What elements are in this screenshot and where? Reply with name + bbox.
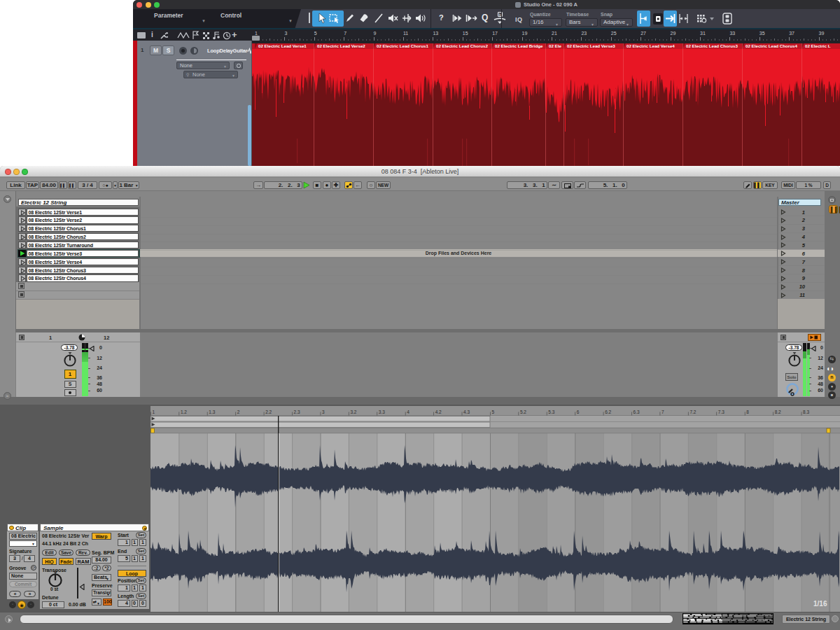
svg-text:4.2: 4.2 (435, 410, 442, 414)
svg-text:02 Electric Lead Chorus4: 02 Electric Lead Chorus4 (746, 43, 797, 48)
svg-text:02 Electric L: 02 Electric L (805, 43, 831, 48)
svg-text:4: 4 (407, 410, 410, 414)
svg-text:8.3: 8.3 (803, 410, 809, 414)
svg-text:8: 8 (746, 410, 749, 414)
svg-text:5: 5 (492, 410, 495, 414)
svg-text:02 Electric Lead Chorus2: 02 Electric Lead Chorus2 (436, 43, 488, 48)
svg-text:3.2: 3.2 (350, 410, 356, 414)
svg-text:02 Electric Lead Verse3: 02 Electric Lead Verse3 (567, 43, 615, 48)
svg-text:2.3: 2.3 (294, 410, 300, 414)
svg-text:02 Electric Lead Bridge: 02 Electric Lead Bridge (495, 43, 543, 48)
svg-text:1/16: 1/16 (813, 600, 827, 608)
svg-text:1.3: 1.3 (209, 410, 215, 414)
svg-text:02 Electric Lead Chorus3: 02 Electric Lead Chorus3 (686, 43, 738, 48)
svg-text:5.2: 5.2 (520, 410, 526, 414)
svg-text:02 Electric Lead Verse1: 02 Electric Lead Verse1 (258, 43, 307, 48)
svg-text:2: 2 (237, 410, 240, 414)
svg-text:7: 7 (662, 410, 664, 414)
svg-text:7.3: 7.3 (718, 410, 724, 414)
svg-text:3: 3 (322, 410, 325, 414)
svg-text:2.2: 2.2 (265, 410, 272, 414)
svg-text:6: 6 (577, 410, 580, 414)
svg-text:7.2: 7.2 (690, 410, 696, 414)
svg-text:02 Ele: 02 Ele (549, 43, 561, 48)
svg-text:02 Electric Lead Chorus1: 02 Electric Lead Chorus1 (377, 43, 428, 48)
svg-text:1.2: 1.2 (181, 410, 187, 414)
svg-text:02 Electric Lead Verse4: 02 Electric Lead Verse4 (626, 43, 675, 48)
svg-text:1: 1 (153, 410, 155, 414)
svg-text:4.3: 4.3 (463, 410, 470, 414)
svg-text:02 Electric Lead Verse2: 02 Electric Lead Verse2 (317, 43, 365, 48)
svg-text:6.2: 6.2 (605, 410, 611, 414)
svg-text:5.3: 5.3 (548, 410, 554, 414)
svg-text:6.3: 6.3 (634, 410, 640, 414)
svg-text:8.2: 8.2 (775, 410, 781, 414)
svg-text:3.3: 3.3 (379, 410, 385, 414)
